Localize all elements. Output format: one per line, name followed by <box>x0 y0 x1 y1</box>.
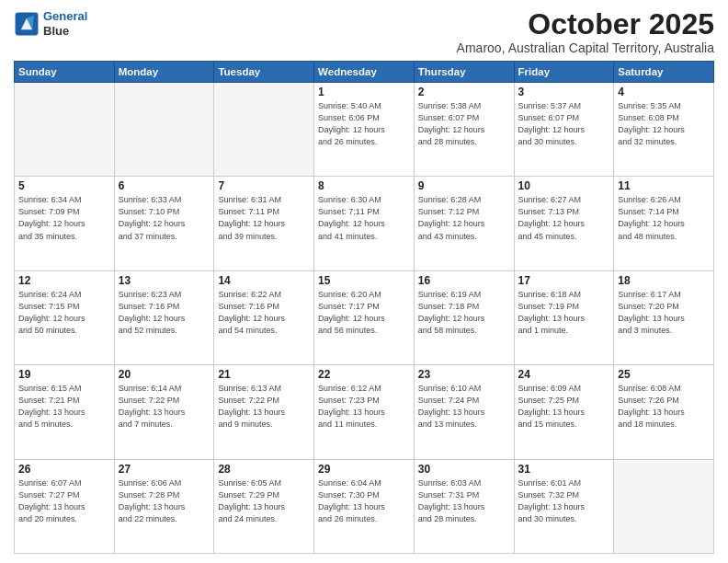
day-number: 30 <box>418 463 510 476</box>
day-info: Sunrise: 6:24 AMSunset: 7:15 PMDaylight:… <box>18 289 110 337</box>
day-info: Sunrise: 5:38 AMSunset: 6:07 PMDaylight:… <box>418 100 510 148</box>
title-section: October 2025 Amaroo, Australian Capital … <box>457 9 714 55</box>
calendar-cell-0-2 <box>214 83 314 177</box>
day-info: Sunrise: 6:12 AMSunset: 7:23 PMDaylight:… <box>318 383 410 431</box>
header-saturday: Saturday <box>614 62 714 83</box>
day-number: 25 <box>618 368 710 381</box>
calendar-cell-2-6: 18Sunrise: 6:17 AMSunset: 7:20 PMDayligh… <box>614 270 714 364</box>
day-info: Sunrise: 6:09 AMSunset: 7:25 PMDaylight:… <box>518 383 610 431</box>
day-info: Sunrise: 5:37 AMSunset: 6:07 PMDaylight:… <box>518 100 610 148</box>
day-number: 9 <box>418 179 510 192</box>
calendar: Sunday Monday Tuesday Wednesday Thursday… <box>14 61 714 554</box>
day-number: 21 <box>218 368 310 381</box>
calendar-cell-1-6: 11Sunrise: 6:26 AMSunset: 7:14 PMDayligh… <box>614 177 714 270</box>
calendar-cell-2-4: 16Sunrise: 6:19 AMSunset: 7:18 PMDayligh… <box>414 270 514 364</box>
day-number: 7 <box>218 179 310 192</box>
calendar-cell-0-5: 3Sunrise: 5:37 AMSunset: 6:07 PMDaylight… <box>514 83 614 177</box>
day-info: Sunrise: 6:10 AMSunset: 7:24 PMDaylight:… <box>418 383 510 431</box>
calendar-cell-0-0 <box>15 83 115 177</box>
day-info: Sunrise: 6:28 AMSunset: 7:12 PMDaylight:… <box>418 194 510 242</box>
day-number: 26 <box>18 463 110 476</box>
header-wednesday: Wednesday <box>314 62 415 83</box>
day-number: 20 <box>119 368 210 381</box>
location-title: Amaroo, Australian Capital Territory, Au… <box>457 40 714 55</box>
logo-icon <box>14 11 40 37</box>
header-thursday: Thursday <box>414 62 514 83</box>
header-tuesday: Tuesday <box>214 62 314 83</box>
day-number: 4 <box>618 86 710 98</box>
calendar-cell-0-4: 2Sunrise: 5:38 AMSunset: 6:07 PMDaylight… <box>414 83 514 177</box>
day-info: Sunrise: 6:22 AMSunset: 7:16 PMDaylight:… <box>218 289 310 337</box>
calendar-cell-4-3: 29Sunrise: 6:04 AMSunset: 7:30 PMDayligh… <box>314 459 415 553</box>
day-info: Sunrise: 6:08 AMSunset: 7:26 PMDaylight:… <box>618 383 710 431</box>
day-number: 29 <box>318 463 410 476</box>
calendar-cell-2-2: 14Sunrise: 6:22 AMSunset: 7:16 PMDayligh… <box>214 270 314 364</box>
day-info: Sunrise: 6:23 AMSunset: 7:16 PMDaylight:… <box>119 289 210 337</box>
logo: General Blue <box>14 9 87 38</box>
calendar-cell-0-6: 4Sunrise: 5:35 AMSunset: 6:08 PMDaylight… <box>614 83 714 177</box>
day-number: 6 <box>119 179 210 192</box>
day-info: Sunrise: 6:30 AMSunset: 7:11 PMDaylight:… <box>318 194 410 242</box>
day-number: 15 <box>318 274 410 287</box>
calendar-cell-4-4: 30Sunrise: 6:03 AMSunset: 7:31 PMDayligh… <box>414 459 514 553</box>
calendar-cell-1-3: 8Sunrise: 6:30 AMSunset: 7:11 PMDaylight… <box>314 177 415 270</box>
day-info: Sunrise: 5:40 AMSunset: 6:06 PMDaylight:… <box>318 100 410 148</box>
calendar-cell-2-3: 15Sunrise: 6:20 AMSunset: 7:17 PMDayligh… <box>314 270 415 364</box>
day-info: Sunrise: 6:13 AMSunset: 7:22 PMDaylight:… <box>218 383 310 431</box>
week-row-1: 5Sunrise: 6:34 AMSunset: 7:09 PMDaylight… <box>15 177 714 270</box>
day-info: Sunrise: 6:14 AMSunset: 7:22 PMDaylight:… <box>119 383 210 431</box>
day-number: 22 <box>318 368 410 381</box>
calendar-cell-4-0: 26Sunrise: 6:07 AMSunset: 7:27 PMDayligh… <box>15 459 115 553</box>
day-info: Sunrise: 6:07 AMSunset: 7:27 PMDaylight:… <box>18 477 110 525</box>
day-number: 13 <box>119 274 210 287</box>
header-monday: Monday <box>114 62 214 83</box>
calendar-cell-3-5: 24Sunrise: 6:09 AMSunset: 7:25 PMDayligh… <box>514 365 614 459</box>
calendar-cell-1-5: 10Sunrise: 6:27 AMSunset: 7:13 PMDayligh… <box>514 177 614 270</box>
day-number: 17 <box>518 274 610 287</box>
day-number: 5 <box>18 179 110 192</box>
calendar-cell-1-4: 9Sunrise: 6:28 AMSunset: 7:12 PMDaylight… <box>414 177 514 270</box>
day-number: 2 <box>418 86 510 98</box>
calendar-cell-2-5: 17Sunrise: 6:18 AMSunset: 7:19 PMDayligh… <box>514 270 614 364</box>
day-info: Sunrise: 6:27 AMSunset: 7:13 PMDaylight:… <box>518 194 610 242</box>
week-row-0: 1Sunrise: 5:40 AMSunset: 6:06 PMDaylight… <box>15 83 714 177</box>
day-info: Sunrise: 5:35 AMSunset: 6:08 PMDaylight:… <box>618 100 710 148</box>
day-number: 16 <box>418 274 510 287</box>
day-number: 28 <box>218 463 310 476</box>
week-row-4: 26Sunrise: 6:07 AMSunset: 7:27 PMDayligh… <box>15 459 714 553</box>
calendar-cell-1-2: 7Sunrise: 6:31 AMSunset: 7:11 PMDaylight… <box>214 177 314 270</box>
day-number: 1 <box>318 86 410 98</box>
day-info: Sunrise: 6:04 AMSunset: 7:30 PMDaylight:… <box>318 477 410 525</box>
calendar-header-row: Sunday Monday Tuesday Wednesday Thursday… <box>15 62 714 83</box>
week-row-2: 12Sunrise: 6:24 AMSunset: 7:15 PMDayligh… <box>15 270 714 364</box>
day-number: 18 <box>618 274 710 287</box>
calendar-cell-4-2: 28Sunrise: 6:05 AMSunset: 7:29 PMDayligh… <box>214 459 314 553</box>
month-title: October 2025 <box>457 9 714 39</box>
day-info: Sunrise: 6:17 AMSunset: 7:20 PMDaylight:… <box>618 289 710 337</box>
header-friday: Friday <box>514 62 614 83</box>
calendar-cell-3-4: 23Sunrise: 6:10 AMSunset: 7:24 PMDayligh… <box>414 365 514 459</box>
calendar-cell-3-1: 20Sunrise: 6:14 AMSunset: 7:22 PMDayligh… <box>114 365 214 459</box>
calendar-cell-0-3: 1Sunrise: 5:40 AMSunset: 6:06 PMDaylight… <box>314 83 415 177</box>
calendar-cell-1-0: 5Sunrise: 6:34 AMSunset: 7:09 PMDaylight… <box>15 177 115 270</box>
calendar-cell-0-1 <box>114 83 214 177</box>
day-info: Sunrise: 6:18 AMSunset: 7:19 PMDaylight:… <box>518 289 610 337</box>
day-number: 14 <box>218 274 310 287</box>
week-row-3: 19Sunrise: 6:15 AMSunset: 7:21 PMDayligh… <box>15 365 714 459</box>
day-number: 3 <box>518 86 610 98</box>
calendar-cell-3-2: 21Sunrise: 6:13 AMSunset: 7:22 PMDayligh… <box>214 365 314 459</box>
day-info: Sunrise: 6:15 AMSunset: 7:21 PMDaylight:… <box>18 383 110 431</box>
calendar-cell-3-3: 22Sunrise: 6:12 AMSunset: 7:23 PMDayligh… <box>314 365 415 459</box>
calendar-cell-4-1: 27Sunrise: 6:06 AMSunset: 7:28 PMDayligh… <box>114 459 214 553</box>
calendar-cell-3-0: 19Sunrise: 6:15 AMSunset: 7:21 PMDayligh… <box>15 365 115 459</box>
calendar-cell-2-0: 12Sunrise: 6:24 AMSunset: 7:15 PMDayligh… <box>15 270 115 364</box>
day-number: 31 <box>518 463 610 476</box>
day-info: Sunrise: 6:06 AMSunset: 7:28 PMDaylight:… <box>119 477 210 525</box>
header-sunday: Sunday <box>15 62 115 83</box>
day-number: 23 <box>418 368 510 381</box>
day-number: 12 <box>18 274 110 287</box>
day-info: Sunrise: 6:01 AMSunset: 7:32 PMDaylight:… <box>518 477 610 525</box>
day-info: Sunrise: 6:03 AMSunset: 7:31 PMDaylight:… <box>418 477 510 525</box>
day-number: 27 <box>119 463 210 476</box>
logo-text: General Blue <box>43 9 87 38</box>
